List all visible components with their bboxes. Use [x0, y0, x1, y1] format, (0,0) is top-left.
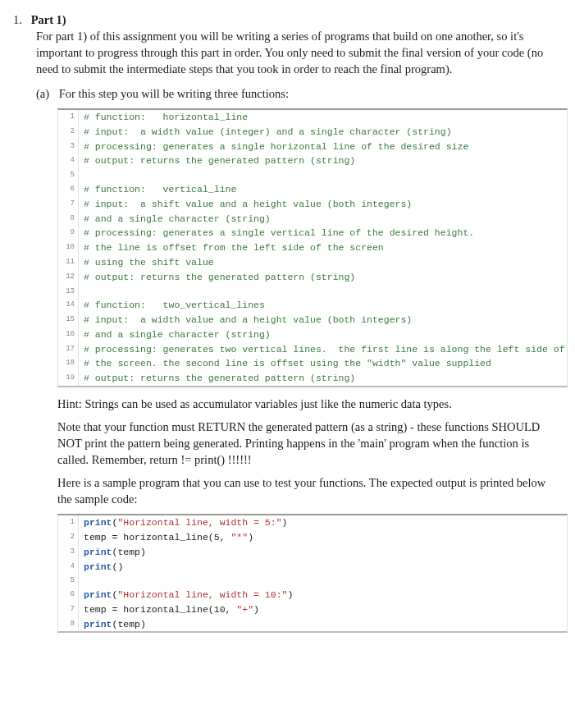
line-number: 1 — [58, 110, 79, 125]
code-line: 7temp = horizontal_line(10, "+") — [58, 602, 567, 617]
code-line: 3print(temp) — [58, 545, 567, 560]
sub-label-a: (a) — [36, 85, 56, 102]
code-line: 18# the screen. the second line is offse… — [58, 356, 567, 371]
code-line: 5 — [58, 574, 567, 588]
code-line: 11# using the shift value — [58, 255, 567, 270]
sub-item-a: (a) For this step you will be writing th… — [36, 85, 562, 102]
line-number: 2 — [58, 125, 79, 140]
code-line: 8# and a single character (string) — [58, 212, 567, 227]
line-number: 1 — [58, 515, 79, 530]
line-content: # function: vertical_line — [79, 182, 567, 197]
line-number: 10 — [58, 240, 79, 255]
part-title: Part 1) — [31, 13, 66, 26]
code-block-2: 1print("Horizontal line, width = 5:")2te… — [57, 514, 568, 633]
line-number: 8 — [58, 212, 79, 227]
line-content: print("Horizontal line, width = 5:") — [79, 515, 567, 530]
line-content — [79, 168, 567, 182]
line-number: 7 — [58, 602, 79, 617]
item-number: 1. — [13, 11, 28, 28]
code-line: 10# the line is offset from the left sid… — [58, 240, 567, 255]
list-item-1: 1. Part 1) For part 1) of this assignmen… — [13, 11, 562, 633]
code-line: 12# output: returns the generated patter… — [58, 270, 567, 285]
line-content: # processing: generates a single vertica… — [79, 226, 567, 240]
line-number: 13 — [58, 285, 79, 299]
line-content: # output: returns the generated pattern … — [79, 153, 567, 168]
line-content: print(temp) — [79, 617, 567, 632]
line-number: 5 — [58, 168, 79, 182]
line-content: # and a single character (string) — [79, 327, 567, 342]
code-line: 5 — [58, 168, 567, 182]
line-number: 14 — [58, 298, 79, 313]
line-content: # input: a shift value and a height valu… — [79, 197, 567, 212]
line-number: 15 — [58, 313, 79, 327]
line-content — [79, 285, 567, 299]
sub-a-text: For this step you will be writing three … — [59, 87, 289, 100]
line-content: # input: a width value and a height valu… — [79, 313, 567, 327]
note-paragraph: Note that your function must RETURN the … — [57, 419, 559, 468]
hint-paragraph: Hint: Strings can be used as accumulator… — [57, 396, 559, 412]
line-number: 18 — [58, 356, 79, 371]
line-content: print("Horizontal line, width = 10:") — [79, 588, 567, 602]
code-line: 1print("Horizontal line, width = 5:") — [58, 515, 567, 530]
line-content: # input: a width value (integer) and a s… — [79, 125, 567, 140]
line-number: 6 — [58, 588, 79, 602]
code-line: 17# processing: generates two vertical l… — [58, 342, 567, 357]
line-content — [79, 574, 567, 588]
line-content: # and a single character (string) — [79, 212, 567, 227]
line-content: # processing: generates two vertical lin… — [79, 342, 567, 357]
line-content: temp = horizontal_line(5, "*") — [79, 530, 567, 545]
line-content: print(temp) — [79, 545, 567, 560]
code-line: 4print() — [58, 560, 567, 575]
line-number: 5 — [58, 574, 79, 588]
line-number: 12 — [58, 270, 79, 285]
code-line: 15# input: a width value and a height va… — [58, 313, 567, 327]
code-line: 4# output: returns the generated pattern… — [58, 153, 567, 168]
line-content: # output: returns the generated pattern … — [79, 371, 567, 386]
line-number: 3 — [58, 545, 79, 560]
line-number: 3 — [58, 140, 79, 154]
code-line: 6# function: vertical_line — [58, 182, 567, 197]
code-line: 8print(temp) — [58, 617, 567, 632]
code-block-1: 1# function: horizontal_line2# input: a … — [57, 108, 568, 387]
intro-paragraph: For part 1) of this assignment you will … — [36, 28, 562, 77]
line-content: # the line is offset from the left side … — [79, 240, 567, 255]
line-content: # function: horizontal_line — [79, 110, 567, 125]
code-line: 2# input: a width value (integer) and a … — [58, 125, 567, 140]
code-line: 1# function: horizontal_line — [58, 110, 567, 125]
line-content: print() — [79, 560, 567, 575]
line-number: 4 — [58, 560, 79, 575]
line-content: # output: returns the generated pattern … — [79, 270, 567, 285]
line-content: # processing: generates a single horizon… — [79, 140, 567, 154]
line-content: # the screen. the second line is offset … — [79, 356, 567, 371]
code-line: 7# input: a shift value and a height val… — [58, 197, 567, 212]
code-line: 6print("Horizontal line, width = 10:") — [58, 588, 567, 602]
line-number: 6 — [58, 182, 79, 197]
line-number: 17 — [58, 342, 79, 357]
line-content: # function: two_vertical_lines — [79, 298, 567, 313]
code-line: 3# processing: generates a single horizo… — [58, 140, 567, 154]
code-line: 13 — [58, 285, 567, 299]
line-number: 7 — [58, 197, 79, 212]
line-content: temp = horizontal_line(10, "+") — [79, 602, 567, 617]
line-content: # using the shift value — [79, 255, 567, 270]
code-line: 14# function: two_vertical_lines — [58, 298, 567, 313]
line-number: 2 — [58, 530, 79, 545]
line-number: 8 — [58, 617, 79, 632]
line-number: 11 — [58, 255, 79, 270]
code-line: 9# processing: generates a single vertic… — [58, 226, 567, 240]
code-line: 2temp = horizontal_line(5, "*") — [58, 530, 567, 545]
line-number: 16 — [58, 327, 79, 342]
line-number: 4 — [58, 153, 79, 168]
line-number: 19 — [58, 371, 79, 386]
code-line: 16# and a single character (string) — [58, 327, 567, 342]
code-line: 19# output: returns the generated patter… — [58, 371, 567, 386]
sample-paragraph: Here is a sample program that you can us… — [57, 474, 559, 507]
line-number: 9 — [58, 226, 79, 240]
